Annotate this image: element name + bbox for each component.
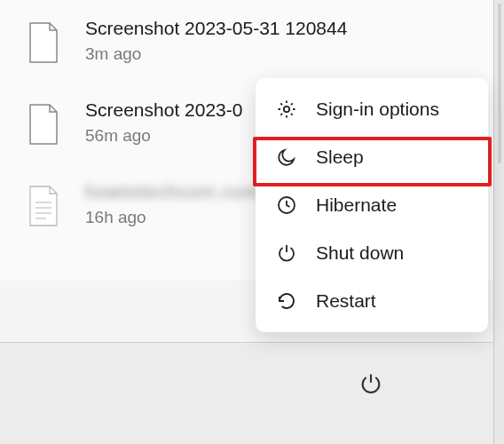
menu-label: Sign-in options <box>316 99 439 120</box>
power-icon <box>358 371 383 396</box>
menu-shut-down[interactable]: Shut down <box>263 229 481 277</box>
gear-icon <box>275 98 298 121</box>
scrollbar-track[interactable] <box>493 0 504 444</box>
menu-label: Sleep <box>316 147 364 168</box>
menu-label: Hibernate <box>316 194 397 216</box>
file-time: 3m ago <box>85 44 477 64</box>
menu-label: Restart <box>316 290 376 312</box>
file-icon <box>27 103 60 146</box>
file-icon <box>27 21 60 64</box>
file-name: Screenshot 2023-05-31 120844 <box>85 18 477 39</box>
power-button[interactable] <box>353 366 389 401</box>
menu-sleep[interactable]: Sleep <box>263 133 481 181</box>
svg-point-4 <box>284 107 289 112</box>
menu-label: Shut down <box>316 242 404 264</box>
menu-restart[interactable]: Restart <box>263 277 481 325</box>
menu-hibernate[interactable]: Hibernate <box>263 181 481 229</box>
menu-sign-in-options[interactable]: Sign-in options <box>263 85 481 133</box>
moon-icon <box>275 146 298 169</box>
text-file-icon <box>27 185 60 227</box>
restart-icon <box>275 289 298 313</box>
power-menu: Sign-in options Sleep Hibernate Shut dow… <box>256 78 488 332</box>
clock-icon <box>275 194 298 217</box>
file-item[interactable]: Screenshot 2023-05-31 120844 3m ago <box>27 18 477 64</box>
taskbar-area <box>0 342 493 444</box>
scrollbar-thumb[interactable] <box>498 4 501 163</box>
power-icon <box>275 242 298 265</box>
